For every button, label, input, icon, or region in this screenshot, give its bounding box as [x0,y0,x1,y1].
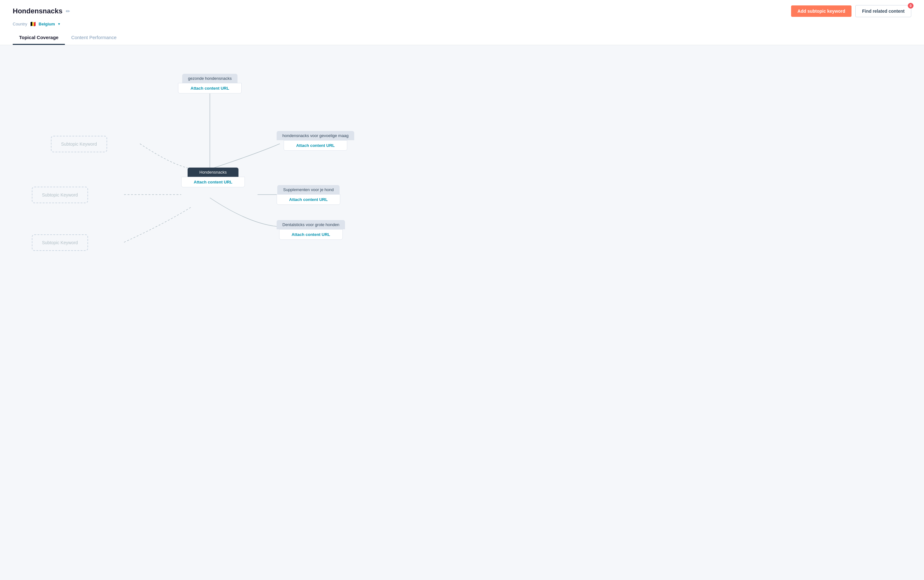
country-flag: 🇧🇪 [30,21,36,27]
right-top-node-label: hondensnacks voor gevoelige maag [277,131,354,140]
center-node: Hondensnacks Attach content URL [181,168,245,187]
country-label: Country [13,21,27,26]
canvas: Hondensnacks Attach content URL gezonde … [0,45,924,574]
right-top-node: hondensnacks voor gevoelige maag Attach … [277,131,354,151]
subtopic-node-1[interactable]: Subtopic Keyword [32,187,88,203]
connections-svg [0,45,924,574]
notification-badge: 0 [908,3,914,8]
right-mid-attach-url[interactable]: Attach content URL [277,194,340,205]
right-mid-node: Supplementen voor je hond Attach content… [277,185,340,205]
right-bottom-node-label: Dentalsticks voor grote honden [277,220,345,229]
subtopic-node-2[interactable]: Subtopic Keyword [32,234,88,251]
edit-icon[interactable]: ✏ [66,8,70,14]
subtopic-node-0[interactable]: Subtopic Keyword [51,136,107,152]
tab-topical-coverage[interactable]: Topical Coverage [13,31,65,45]
top-node-label: gezonde hondensnacks [182,74,237,83]
right-bottom-node: Dentalsticks voor grote honden Attach co… [277,220,345,240]
chevron-down-icon[interactable]: ▼ [58,22,61,26]
tabs: Topical Coverage Content Performance [13,31,911,45]
tab-content-performance[interactable]: Content Performance [65,31,123,45]
center-attach-url[interactable]: Attach content URL [181,177,245,187]
page-title: Hondensnacks [13,7,63,15]
right-top-attach-url[interactable]: Attach content URL [283,140,347,151]
country-selector[interactable]: Belgium [39,21,55,26]
right-mid-node-label: Supplementen voor je hond [277,185,339,194]
country-row: Country 🇧🇪 Belgium ▼ [13,21,911,31]
right-bottom-attach-url[interactable]: Attach content URL [279,229,343,240]
center-node-label: Hondensnacks [188,168,239,177]
top-node: gezonde hondensnacks Attach content URL [178,74,242,94]
find-related-button[interactable]: Find related content 0 [855,5,911,17]
top-attach-url[interactable]: Attach content URL [178,83,242,94]
add-subtopic-button[interactable]: Add subtopic keyword [791,5,852,17]
header: Hondensnacks ✏ Add subtopic keyword Find… [0,0,924,45]
